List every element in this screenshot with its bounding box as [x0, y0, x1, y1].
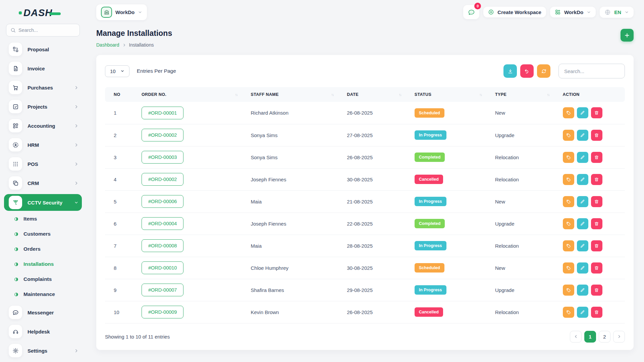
column-header-staff-name[interactable]: STAFF NAME↑↓ — [246, 87, 342, 102]
delete-button[interactable] — [591, 262, 602, 274]
install-date: 29-08-2025 — [341, 279, 409, 301]
sort-icon[interactable]: ↑↓ — [479, 93, 486, 97]
order-number-button[interactable]: #ORD-00008 — [142, 239, 183, 252]
edit-button[interactable] — [577, 174, 588, 185]
edit-button[interactable] — [577, 152, 588, 163]
back-button[interactable] — [520, 64, 534, 78]
sidebar-item-purchases[interactable]: Purchases — [4, 79, 82, 96]
sidebar-subitem-items[interactable]: Items — [4, 214, 82, 224]
order-number-button[interactable]: #ORD-00002 — [142, 173, 183, 186]
order-number-button[interactable]: #ORD-00007 — [142, 284, 183, 296]
sidebar-search-input[interactable] — [18, 27, 65, 33]
pagination-prev-button[interactable] — [570, 331, 582, 343]
sidebar-item-helpdesk[interactable]: Helpdesk — [4, 323, 82, 340]
column-header-date[interactable]: DATE↑↓ — [341, 87, 409, 102]
sidebar-item-accounting[interactable]: Accounting — [4, 118, 82, 134]
sidebar-item-projects[interactable]: Projects — [4, 99, 82, 115]
workspace-selector[interactable]: WorkDo — [96, 4, 147, 20]
pagination-page-1[interactable]: 1 — [584, 331, 596, 343]
sidebar-subitem-installations[interactable]: Installations — [4, 259, 82, 269]
label-button[interactable] — [563, 218, 574, 229]
workdo-menu-button[interactable]: WorkDo — [550, 7, 596, 17]
delete-button[interactable] — [591, 152, 602, 163]
edit-button[interactable] — [577, 307, 588, 318]
order-number-button[interactable]: #ORD-00001 — [142, 107, 183, 119]
language-selector[interactable]: EN — [600, 7, 634, 18]
sidebar-subitem-maintenance[interactable]: Maintenance — [4, 289, 82, 299]
edit-button[interactable] — [577, 262, 588, 274]
label-button[interactable] — [563, 174, 574, 185]
refresh-button[interactable] — [537, 64, 550, 78]
label-button[interactable] — [563, 196, 574, 207]
order-number-button[interactable]: #ORD-00010 — [142, 261, 183, 274]
sidebar-item-crm[interactable]: CRM — [4, 175, 82, 191]
trash-icon — [594, 288, 599, 293]
label-button[interactable] — [563, 130, 574, 141]
staff-name: Shafira Barnes — [246, 279, 342, 301]
column-header-order-no-[interactable]: ORDER NO.↑↓ — [136, 87, 246, 102]
tag-icon — [566, 199, 571, 204]
edit-button[interactable] — [577, 130, 588, 141]
label-button[interactable] — [563, 152, 574, 163]
status-badge: Completed — [415, 153, 445, 162]
add-installation-button[interactable] — [621, 29, 634, 42]
sidebar-subitem-orders[interactable]: Orders — [4, 244, 82, 254]
order-number-button[interactable]: #ORD-00002 — [142, 129, 183, 141]
label-button[interactable] — [563, 262, 574, 274]
messages-button[interactable]: 0 — [463, 5, 479, 19]
sort-icon[interactable]: ↑↓ — [235, 93, 242, 97]
breadcrumb-dashboard-link[interactable]: Dashboard — [96, 42, 119, 48]
edit-button[interactable] — [577, 196, 588, 207]
sidebar-search[interactable] — [6, 24, 80, 37]
order-number-button[interactable]: #ORD-00009 — [142, 306, 183, 318]
export-button[interactable] — [503, 64, 517, 78]
sidebar-item-pos[interactable]: POS — [4, 156, 82, 172]
subitem-bullet-icon — [14, 217, 18, 221]
sidebar-item-cctv-security[interactable]: CCTV Security — [4, 194, 82, 211]
sidebar-subitem-complaints[interactable]: Complaints — [4, 274, 82, 284]
sidebar-item-proposal[interactable]: Proposal — [4, 41, 82, 57]
edit-button[interactable] — [577, 285, 588, 296]
order-number-button[interactable]: #ORD-00004 — [142, 217, 183, 230]
table-search-input[interactable] — [558, 64, 625, 78]
delete-button[interactable] — [591, 240, 602, 251]
row-actions — [563, 174, 622, 185]
table-row: 7#ORD-00008Maia28-08-2025In ProgressRelo… — [105, 235, 625, 257]
column-header-status[interactable]: STATUS↑↓ — [409, 87, 490, 102]
staff-name: Sonya Sims — [246, 124, 342, 146]
delete-button[interactable] — [591, 285, 602, 296]
sidebar-item-hrm[interactable]: HRM — [4, 137, 82, 153]
sidebar-item-label: Settings — [28, 348, 69, 354]
sidebar-subitem-customers[interactable]: Customers — [4, 229, 82, 239]
sort-icon[interactable]: ↑↓ — [399, 93, 406, 97]
search-icon — [10, 27, 16, 33]
sidebar-item-invoice[interactable]: Invoice — [4, 60, 82, 76]
order-number-button[interactable]: #ORD-00003 — [142, 151, 183, 164]
delete-button[interactable] — [591, 307, 602, 318]
pagination-next-button[interactable] — [613, 331, 625, 343]
order-number-button[interactable]: #ORD-00006 — [142, 195, 183, 208]
edit-button[interactable] — [577, 107, 588, 118]
entries-per-page-select[interactable]: 10 — [105, 65, 129, 77]
label-button[interactable] — [563, 240, 574, 251]
delete-button[interactable] — [591, 196, 602, 207]
delete-button[interactable] — [591, 174, 602, 185]
delete-button[interactable] — [591, 218, 602, 229]
label-button[interactable] — [563, 285, 574, 296]
pagination-page-2[interactable]: 2 — [599, 331, 610, 343]
create-workspace-button[interactable]: Create Workspace — [483, 7, 546, 17]
language-label: EN — [614, 9, 621, 15]
sidebar-item-settings[interactable]: Settings — [4, 343, 82, 359]
edit-button[interactable] — [577, 218, 588, 229]
delete-button[interactable] — [591, 107, 602, 118]
sidebar-item-messenger[interactable]: Messenger — [4, 304, 82, 320]
label-button[interactable] — [563, 107, 574, 118]
invoice-icon — [9, 62, 22, 75]
column-header-type[interactable]: TYPE↑↓ — [490, 87, 557, 102]
app-root: DASH ProposalInvoicePurchasesProjectsAcc… — [0, 0, 644, 362]
edit-button[interactable] — [577, 240, 588, 251]
sort-icon[interactable]: ↑↓ — [547, 93, 554, 97]
delete-button[interactable] — [591, 130, 602, 141]
sort-icon[interactable]: ↑↓ — [331, 93, 338, 97]
label-button[interactable] — [563, 307, 574, 318]
